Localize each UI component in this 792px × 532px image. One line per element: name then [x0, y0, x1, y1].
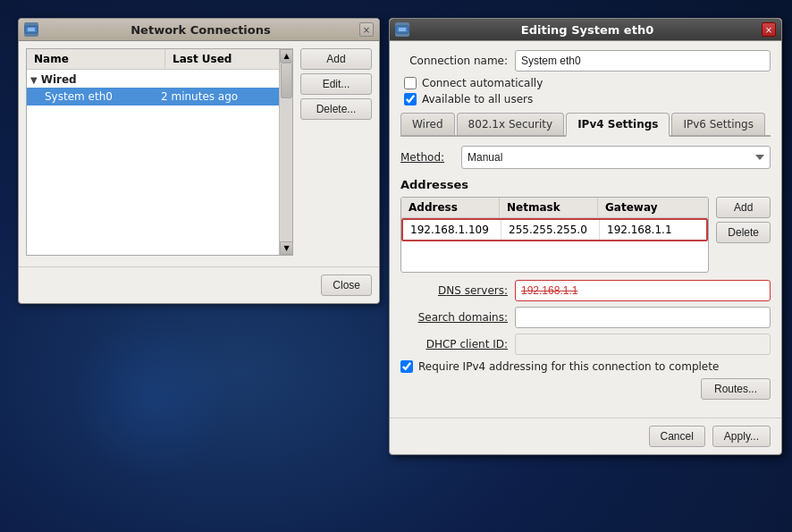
- require-ipv4-checkbox[interactable]: [400, 360, 413, 373]
- addr-table-container: Address Netmask Gateway 192.168.1.109 25…: [400, 197, 771, 273]
- tab-8021x[interactable]: 802.1x Security: [457, 113, 565, 135]
- method-label: Method:: [400, 151, 454, 164]
- add-connection-button[interactable]: Add: [300, 48, 372, 70]
- conn-item-lastused: 2 minutes ago: [161, 90, 272, 103]
- category-arrow: ▼: [30, 75, 38, 85]
- conn-list-area: Name Last Used ▼ Wired System eth0: [26, 48, 293, 256]
- addr-table-body: 192.168.1.109 255.255.255.0 192.168.1.1: [401, 218, 708, 272]
- table-row[interactable]: 192.168.1.109 255.255.255.0 192.168.1.1: [401, 218, 708, 241]
- edit-title: Editing System eth0: [413, 23, 762, 37]
- dns-input[interactable]: [515, 280, 771, 301]
- dns-label: DNS servers:: [400, 284, 508, 297]
- conn-list-body: ▼ Wired System eth0 2 minutes ago: [27, 70, 279, 107]
- category-label: Wired: [41, 73, 77, 86]
- addr-table: Address Netmask Gateway 192.168.1.109 25…: [400, 197, 709, 273]
- net-conn-icon: [24, 22, 38, 37]
- routes-row: Routes...: [400, 378, 771, 400]
- scroll-down-btn[interactable]: ▼: [280, 241, 293, 255]
- available-all-users-checkbox[interactable]: [404, 93, 417, 106]
- close-button[interactable]: Close: [321, 274, 372, 296]
- scroll-up-btn[interactable]: ▲: [280, 49, 293, 63]
- net-conn-title: Network Connections: [42, 23, 359, 37]
- dhcp-input: [515, 334, 771, 355]
- search-domains-label: Search domains:: [400, 311, 508, 324]
- cancel-button[interactable]: Cancel: [649, 426, 705, 447]
- ipv4-tab-content: Method: Manual Addresses Address Netmask…: [400, 137, 771, 409]
- conn-item[interactable]: System eth0 2 minutes ago: [27, 88, 279, 106]
- connect-auto-label: Connect automatically: [422, 77, 543, 89]
- dns-row: DNS servers:: [400, 280, 771, 301]
- dhcp-row: DHCP client ID:: [400, 334, 771, 355]
- require-ipv4-row: Require IPv4 addressing for this connect…: [400, 360, 771, 373]
- col-name-header: Name: [27, 49, 165, 69]
- dns-section: DNS servers: Search domains: DHCP client…: [400, 280, 771, 355]
- conn-buttons: Add Edit... Delete...: [300, 48, 372, 256]
- cell-gateway: 192.168.1.1: [600, 220, 706, 240]
- connect-auto-checkbox[interactable]: [404, 77, 417, 89]
- conn-item-name: System eth0: [45, 90, 161, 103]
- conn-list-container: Name Last Used ▼ Wired System eth0: [26, 48, 293, 256]
- svg-rect-1: [28, 28, 35, 31]
- edit-close-button[interactable]: ×: [762, 22, 776, 37]
- connect-auto-row: Connect automatically: [400, 77, 771, 89]
- edit-icon: [395, 22, 409, 37]
- search-domains-row: Search domains:: [400, 307, 771, 328]
- tab-ipv6[interactable]: IPv6 Settings: [671, 113, 765, 135]
- require-ipv4-label: Require IPv4 addressing for this connect…: [418, 360, 719, 373]
- addresses-label: Addresses: [400, 178, 771, 191]
- edit-footer: Cancel Apply...: [390, 418, 781, 454]
- delete-addr-button[interactable]: Delete: [716, 222, 771, 243]
- net-conn-close-button[interactable]: ×: [359, 22, 374, 37]
- delete-connection-button[interactable]: Delete...: [300, 98, 372, 120]
- addr-table-header: Address Netmask Gateway: [401, 198, 708, 218]
- edit-window: Editing System eth0 × Connection name: C…: [389, 18, 782, 455]
- col-gateway-header: Gateway: [598, 198, 708, 217]
- network-connections-window: Network Connections × Name Last Used: [18, 18, 380, 304]
- add-addr-button[interactable]: Add: [716, 197, 771, 218]
- routes-button[interactable]: Routes...: [701, 378, 771, 400]
- edit-content: Connection name: Connect automatically A…: [390, 41, 781, 418]
- search-domains-input[interactable]: [515, 307, 771, 328]
- col-lastused-header: Last Used: [165, 49, 279, 69]
- conn-name-row: Connection name:: [400, 50, 771, 72]
- tab-wired[interactable]: Wired: [400, 113, 455, 135]
- conn-list-scroll-wrapper: Name Last Used ▼ Wired System eth0: [27, 49, 292, 255]
- conn-list-scrollbar[interactable]: ▲ ▼: [279, 49, 292, 255]
- cell-address: 192.168.1.109: [403, 220, 501, 240]
- available-all-users-label: Available to all users: [422, 93, 533, 106]
- net-conn-titlebar: Network Connections ×: [19, 19, 379, 41]
- edit-titlebar: Editing System eth0 ×: [390, 19, 781, 41]
- addr-buttons: Add Delete: [716, 197, 771, 273]
- conn-category-wired: ▼ Wired: [27, 72, 279, 88]
- edit-connection-button[interactable]: Edit...: [300, 73, 372, 95]
- conn-name-label: Connection name:: [400, 55, 508, 67]
- conn-list-inner: Name Last Used ▼ Wired System eth0: [27, 49, 292, 255]
- method-select[interactable]: Manual: [461, 146, 771, 169]
- dhcp-label: DHCP client ID:: [400, 338, 508, 350]
- conn-list-header: Name Last Used: [27, 49, 279, 70]
- available-all-users-row: Available to all users: [400, 93, 771, 106]
- col-address-header: Address: [401, 198, 500, 217]
- tabs-container: Wired 802.1x Security IPv4 Settings IPv6…: [400, 113, 771, 137]
- net-conn-main: Name Last Used ▼ Wired System eth0: [19, 41, 379, 263]
- method-row: Method: Manual: [400, 146, 771, 169]
- tab-ipv4[interactable]: IPv4 Settings: [566, 113, 670, 137]
- cell-netmask: 255.255.255.0: [501, 220, 600, 240]
- svg-rect-3: [399, 28, 406, 31]
- scroll-thumb[interactable]: [281, 63, 292, 98]
- conn-name-input[interactable]: [515, 50, 771, 72]
- net-conn-body: Name Last Used ▼ Wired System eth0: [19, 41, 379, 303]
- col-netmask-header: Netmask: [500, 198, 598, 217]
- close-area: Close: [19, 266, 379, 303]
- apply-button[interactable]: Apply...: [712, 426, 771, 447]
